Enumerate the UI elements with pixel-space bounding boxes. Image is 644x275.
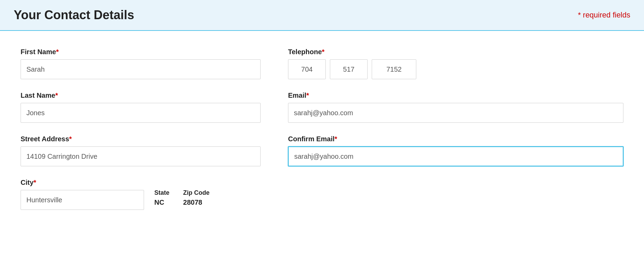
zip-block: Zip Code 28078 — [183, 189, 210, 206]
confirm-email-group: Confirm Email* — [288, 135, 623, 166]
street-address-input[interactable] — [21, 146, 261, 166]
city-input-wrap: City* — [21, 179, 144, 210]
street-address-group: Street Address* — [21, 135, 261, 166]
telephone-area-input[interactable] — [288, 59, 326, 79]
confirm-email-input[interactable] — [288, 146, 623, 166]
email-input[interactable] — [288, 103, 623, 123]
state-value: NC — [154, 199, 169, 206]
last-name-label: Last Name* — [21, 92, 261, 99]
first-name-required-star: * — [56, 48, 59, 56]
zip-code-label: Zip Code — [183, 189, 210, 196]
telephone-required-star: * — [322, 48, 325, 56]
state-label: State — [154, 189, 169, 196]
telephone-prefix-input[interactable] — [330, 59, 368, 79]
telephone-group: Telephone* — [288, 48, 623, 79]
last-name-group: Last Name* — [21, 92, 261, 123]
telephone-inputs — [288, 59, 623, 79]
street-address-required-star: * — [69, 135, 72, 143]
telephone-label: Telephone* — [288, 48, 623, 56]
city-required-star: * — [34, 179, 36, 186]
first-name-label: First Name* — [21, 48, 261, 56]
required-fields-note: * required fields — [578, 11, 630, 20]
page-title: Your Contact Details — [14, 8, 134, 22]
form-right-column: Telephone* Email* Confirm Email* — [288, 48, 623, 222]
city-input[interactable] — [21, 190, 144, 210]
last-name-input[interactable] — [21, 103, 261, 123]
email-label: Email* — [288, 92, 623, 99]
page-header: Your Contact Details * required fields — [0, 0, 644, 31]
email-required-star: * — [306, 92, 309, 99]
street-address-label: Street Address* — [21, 135, 261, 143]
telephone-line-input[interactable] — [372, 59, 416, 79]
first-name-group: First Name* — [21, 48, 261, 79]
confirm-email-required-star: * — [335, 135, 337, 143]
state-zip-wrap: State NC Zip Code 28078 — [154, 189, 210, 210]
form-body: First Name* Last Name* Street Address* C… — [0, 31, 644, 239]
city-state-zip-group: City* State NC Zip Code 28078 — [21, 179, 261, 210]
zip-code-value: 28078 — [183, 199, 210, 206]
first-name-input[interactable] — [21, 59, 261, 79]
confirm-email-label: Confirm Email* — [288, 135, 623, 143]
last-name-required-star: * — [55, 92, 58, 99]
state-block: State NC — [154, 189, 169, 206]
form-left-column: First Name* Last Name* Street Address* C… — [21, 48, 261, 222]
email-group: Email* — [288, 92, 623, 123]
city-label: City* — [21, 179, 144, 187]
